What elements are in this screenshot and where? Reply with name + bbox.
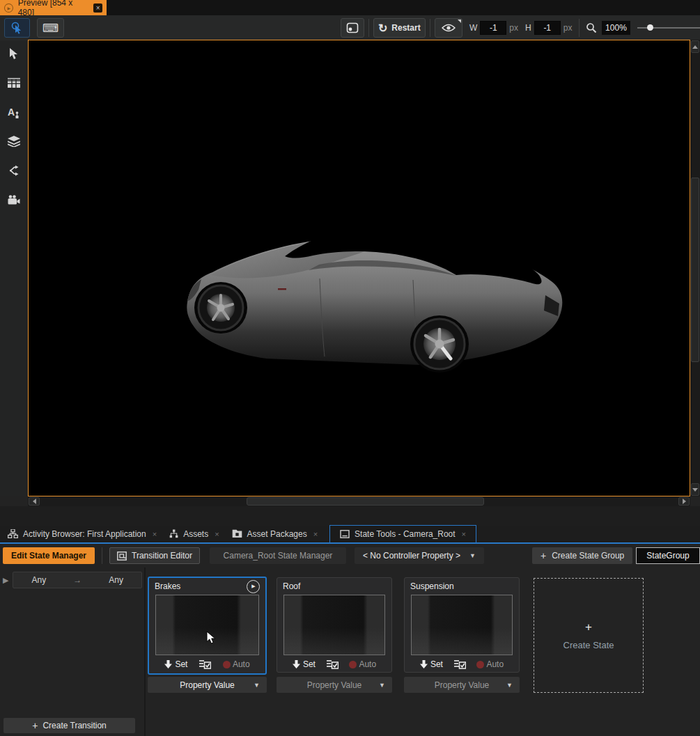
auto-toggle[interactable]: Auto <box>349 659 376 669</box>
panel-divider <box>144 567 146 736</box>
scroll-down-button[interactable] <box>691 483 699 496</box>
panel-splitter[interactable] <box>0 506 700 526</box>
preview-tab[interactable]: ▶ Preview [854 x 480] × <box>0 0 107 15</box>
chevron-down-icon: ▼ <box>379 682 385 689</box>
tab-assets[interactable]: Assets × <box>163 525 225 542</box>
zoom-magnifier-icon <box>584 20 599 36</box>
dropdown-corner-icon <box>458 19 461 23</box>
transition-play-icon[interactable]: ▶ <box>3 576 8 585</box>
viewport-vertical-scrollbar[interactable] <box>690 40 700 496</box>
play-circle-icon: ▶ <box>4 3 13 13</box>
plus-icon: + <box>540 550 546 561</box>
kanzi-studio-window: ▶ Preview [854 x 480] × ⌨ ↻ Restart <box>0 0 700 736</box>
tab-label: Assets <box>183 529 208 539</box>
horizontal-scroll-thumb[interactable] <box>247 497 484 506</box>
toolbar-separator <box>102 547 102 564</box>
edit-state-manager-button[interactable]: Edit State Manager <box>3 547 95 564</box>
state-properties-button[interactable] <box>454 659 466 669</box>
interact-mode-button[interactable] <box>4 18 31 38</box>
create-state-group-button[interactable]: + Create State Group <box>532 547 632 564</box>
create-transition-button[interactable]: + Create Transition <box>3 718 135 733</box>
state-card-suspension[interactable]: Suspension Set Auto <box>404 577 520 673</box>
set-state-button[interactable]: Set <box>293 659 316 669</box>
viewport-horizontal-scrollbar[interactable] <box>28 496 690 506</box>
state-properties-button[interactable] <box>327 659 339 669</box>
close-icon[interactable]: × <box>462 530 466 538</box>
height-input[interactable] <box>534 21 561 35</box>
toolbar-separator <box>579 19 580 37</box>
auto-record-icon <box>223 661 231 668</box>
close-icon[interactable]: × <box>93 3 102 13</box>
state-properties-button[interactable] <box>199 659 211 669</box>
restart-button[interactable]: ↻ Restart <box>373 18 426 38</box>
tab-state-tools[interactable]: State Tools - Camera_Root × <box>329 525 476 542</box>
down-arrow-icon <box>164 660 172 668</box>
tab-activity-browser[interactable]: Activity Browser: First Application × <box>1 525 163 542</box>
transition-editor-icon <box>117 551 127 561</box>
visibility-dropdown-button[interactable] <box>435 18 462 38</box>
package-folder-icon <box>232 529 242 538</box>
tab-label: State Tools - Camera_Root <box>355 529 456 539</box>
tab-asset-packages[interactable]: Asset Packages × <box>226 525 324 542</box>
state-card-roof[interactable]: Roof Set Auto <box>277 577 392 673</box>
camera-tool-icon[interactable] <box>6 192 22 208</box>
close-icon[interactable]: × <box>313 530 318 538</box>
state-preview-thumbnail[interactable] <box>411 595 513 655</box>
checklist-icon <box>327 659 339 669</box>
auto-toggle[interactable]: Auto <box>223 659 250 669</box>
car-render <box>183 212 566 379</box>
auto-toggle[interactable]: Auto <box>476 659 504 669</box>
chevron-down-icon: ▼ <box>469 552 476 559</box>
scroll-up-button[interactable] <box>691 40 699 53</box>
keyboard-input-button[interactable]: ⌨ <box>37 18 64 38</box>
close-icon[interactable]: × <box>153 530 157 538</box>
state-tools-window-icon <box>340 530 350 538</box>
auto-record-icon <box>476 661 484 668</box>
state-group-name-field[interactable]: StateGroup <box>636 547 700 564</box>
text-binding-tool-icon[interactable]: A <box>6 104 22 120</box>
checklist-icon <box>454 659 466 669</box>
select-tool-icon[interactable] <box>6 46 22 61</box>
branch-tool-icon[interactable] <box>6 163 22 178</box>
transition-editor-button[interactable]: Transition Editor <box>109 547 200 564</box>
restart-label: Restart <box>391 23 420 33</box>
property-value-dropdown-roof[interactable]: Property Value ▼ <box>277 677 392 693</box>
scroll-right-button[interactable] <box>678 497 690 506</box>
state-preview-thumbnail[interactable] <box>283 595 385 655</box>
transition-row[interactable]: ▶ Any → Any <box>3 571 142 589</box>
width-input[interactable] <box>480 21 506 35</box>
scroll-left-button[interactable] <box>29 497 40 506</box>
org-chart-icon <box>8 529 18 538</box>
set-state-button[interactable]: Set <box>164 659 187 669</box>
controller-property-dropdown[interactable]: < No Controller Property > ▼ <box>355 547 484 564</box>
chevron-down-icon: ▼ <box>506 682 513 689</box>
mouse-cursor <box>206 631 216 644</box>
transition-from: Any <box>31 575 46 585</box>
property-value-dropdown-brakes[interactable]: Property Value ▼ <box>148 677 267 693</box>
preview-toolbar: ⌨ ↻ Restart W px H px 100% <box>0 15 700 40</box>
state-manager-name-label: Camera_Root State Manager <box>210 547 346 564</box>
layers-tool-icon[interactable] <box>6 134 22 149</box>
close-icon[interactable]: × <box>215 530 219 538</box>
zoom-value-field[interactable]: 100% <box>602 21 630 35</box>
restart-icon: ↻ <box>378 22 387 35</box>
state-play-button[interactable]: ▶ <box>247 580 260 593</box>
screenshot-button[interactable] <box>341 18 364 38</box>
create-state-button[interactable]: + Create State <box>534 578 644 693</box>
state-card-brakes[interactable]: Brakes ▶ Set Auto <box>148 577 267 675</box>
zoom-slider[interactable] <box>637 21 700 35</box>
preview-viewport[interactable] <box>28 40 690 496</box>
arrow-right-icon: → <box>73 575 81 585</box>
keyboard-icon: ⌨ <box>42 22 59 35</box>
state-name: Brakes <box>155 581 180 591</box>
vertical-scroll-thumb[interactable] <box>691 178 699 362</box>
property-value-dropdown-suspension[interactable]: Property Value ▼ <box>404 677 520 693</box>
set-state-button[interactable]: Set <box>420 659 443 669</box>
transition-any-any[interactable]: Any → Any <box>13 572 142 588</box>
state-preview-thumbnail[interactable] <box>155 595 259 655</box>
arrow-up-icon <box>692 45 698 49</box>
zoom-slider-knob[interactable] <box>647 24 653 31</box>
down-arrow-icon <box>420 660 428 668</box>
state-manager-toolbar: Edit State Manager Transition Editor Cam… <box>0 545 700 566</box>
grid-tool-icon[interactable] <box>6 75 22 91</box>
